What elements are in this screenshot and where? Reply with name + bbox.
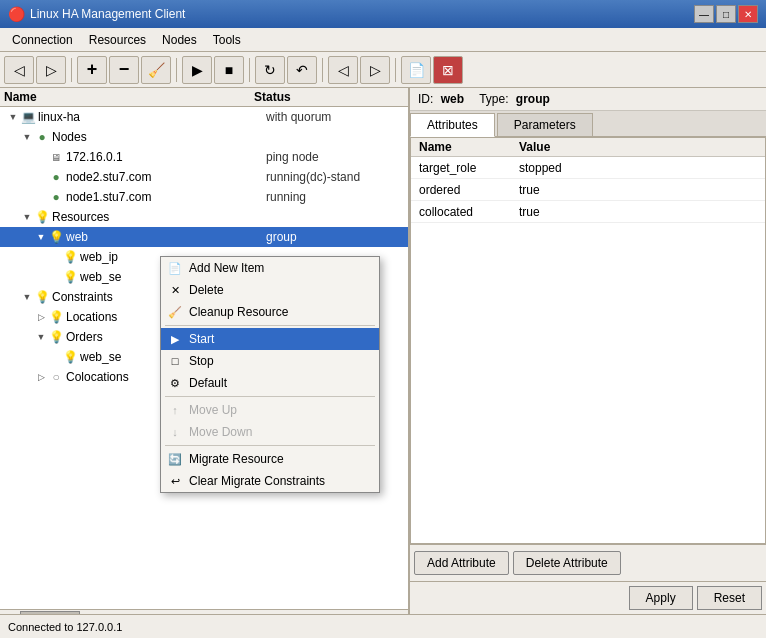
tab-parameters[interactable]: Parameters [497,113,593,136]
attr-row-collocated[interactable]: collocated true [411,201,765,223]
ctx-clear-migrate[interactable]: ↩ Clear Migrate Constraints [161,470,379,492]
toolbar-remove[interactable]: − [109,56,139,84]
left-panel: Name Status ▼ 💻 linux-ha with quorum ▼ ●… [0,88,410,614]
toolbar-sep2 [176,58,177,82]
attributes-panel: Name Value target_role stopped ordered t… [410,137,766,544]
menu-tools[interactable]: Tools [205,31,249,49]
menu-nodes[interactable]: Nodes [154,31,205,49]
ctx-start-label: Start [189,332,214,346]
ctx-default[interactable]: ⚙ Default [161,372,379,394]
apply-button[interactable]: Apply [629,586,693,610]
ctx-stop[interactable]: □ Stop [161,350,379,372]
toolbar: ◁ ▷ + − 🧹 ▶ ■ ↻ ↶ ◁ ▷ 📄 ⊠ [0,52,766,88]
clear-migrate-icon: ↩ [167,473,183,489]
attr-value-ordered: true [519,183,540,197]
ctx-cleanup-resource[interactable]: 🧹 Cleanup Resource [161,301,379,323]
add-new-item-icon: 📄 [167,260,183,276]
menu-connection[interactable]: Connection [4,31,81,49]
ctx-start[interactable]: ▶ Start [161,328,379,350]
toolbar-forward[interactable]: ▷ [36,56,66,84]
ctx-add-new-item-label: Add New Item [189,261,264,275]
locations-icon: 💡 [48,309,64,325]
toggle-web[interactable]: ▼ [34,230,48,244]
move-down-icon: ↓ [167,424,183,440]
attr-row-target-role[interactable]: target_role stopped [411,157,765,179]
ctx-add-new-item[interactable]: 📄 Add New Item [161,257,379,279]
orders-icon: 💡 [48,329,64,345]
attr-row-ordered[interactable]: ordered true [411,179,765,201]
menu-bar: Connection Resources Nodes Tools [0,28,766,52]
toggle-nodes[interactable]: ▼ [20,130,34,144]
reset-button[interactable]: Reset [697,586,762,610]
ctx-move-down-label: Move Down [189,425,252,439]
nodes-icon: ● [34,129,50,145]
title-bar-left: 🔴 Linux HA Management Client [8,6,185,22]
node2-status: running(dc)-stand [266,170,406,184]
maximize-button[interactable]: □ [716,5,736,23]
ctx-migrate-resource[interactable]: 🔄 Migrate Resource [161,448,379,470]
tree-header-status: Status [254,90,291,104]
menu-resources[interactable]: Resources [81,31,154,49]
tree-row-node3[interactable]: ● node1.stu7.com running [0,187,408,207]
attr-value-target-role: stopped [519,161,562,175]
toolbar-sep4 [322,58,323,82]
title-bar-buttons: — □ ✕ [694,5,758,23]
scrollbar-thumb[interactable] [20,611,80,615]
close-button[interactable]: ✕ [738,5,758,23]
tree-row-node2[interactable]: ● node2.stu7.com running(dc)-stand [0,167,408,187]
ctx-cleanup-label: Cleanup Resource [189,305,288,319]
toggle-constraints[interactable]: ▼ [20,290,34,304]
nodes-label: Nodes [52,130,266,144]
attr-header-value: Value [519,140,550,154]
root-status: with quorum [266,110,406,124]
toolbar-start[interactable]: ▶ [182,56,212,84]
move-up-icon: ↑ [167,402,183,418]
toggle-colocations[interactable]: ▷ [34,370,48,384]
root-icon: 💻 [20,109,36,125]
node1-status: ping node [266,150,406,164]
right-panel: ID: web Type: group Attributes Parameter… [410,88,766,614]
toolbar-stop[interactable]: ■ [214,56,244,84]
tabs-container: Attributes Parameters [410,111,766,137]
web-icon: 💡 [48,229,64,245]
toolbar-left[interactable]: ◁ [328,56,358,84]
horizontal-scrollbar[interactable] [0,609,408,614]
resource-header: ID: web Type: group [410,88,766,111]
attr-name-ordered: ordered [419,183,519,197]
delete-attribute-button[interactable]: Delete Attribute [513,551,621,575]
toolbar-add[interactable]: + [77,56,107,84]
tree-row-web[interactable]: ▼ 💡 web group [0,227,408,247]
toggle-resources[interactable]: ▼ [20,210,34,224]
tree-row-root[interactable]: ▼ 💻 linux-ha with quorum [0,107,408,127]
toggle-root[interactable]: ▼ [6,110,20,124]
tree-row-resources[interactable]: ▼ 💡 Resources [0,207,408,227]
toolbar-right[interactable]: ▷ [360,56,390,84]
toolbar-refresh[interactable]: ↻ [255,56,285,84]
web-ip-icon: 💡 [62,249,78,265]
toolbar-back[interactable]: ◁ [4,56,34,84]
attr-header-name: Name [419,140,519,154]
ctx-sep1 [165,325,375,326]
toolbar-file[interactable]: 📄 [401,56,431,84]
tree-row-nodes[interactable]: ▼ ● Nodes [0,127,408,147]
toolbar-clean[interactable]: 🧹 [141,56,171,84]
tab-attributes[interactable]: Attributes [410,113,495,137]
app-icon: 🔴 [8,6,24,22]
ctx-delete[interactable]: ✕ Delete [161,279,379,301]
minimize-button[interactable]: — [694,5,714,23]
add-attribute-button[interactable]: Add Attribute [414,551,509,575]
start-icon: ▶ [167,331,183,347]
ctx-clear-migrate-label: Clear Migrate Constraints [189,474,325,488]
toggle-locations[interactable]: ▷ [34,310,48,324]
cleanup-icon: 🧹 [167,304,183,320]
toolbar-undo[interactable]: ↶ [287,56,317,84]
window-title: Linux HA Management Client [30,7,185,21]
tree-row-node1[interactable]: 🖥 172.16.0.1 ping node [0,147,408,167]
node1-label: 172.16.0.1 [66,150,266,164]
ctx-move-up: ↑ Move Up [161,399,379,421]
orders-web-se-icon: 💡 [62,349,78,365]
toggle-orders[interactable]: ▼ [34,330,48,344]
status-bar: Connected to 127.0.0.1 [0,614,766,638]
toolbar-disconnect[interactable]: ⊠ [433,56,463,84]
apply-reset-bar: Apply Reset [410,581,766,614]
